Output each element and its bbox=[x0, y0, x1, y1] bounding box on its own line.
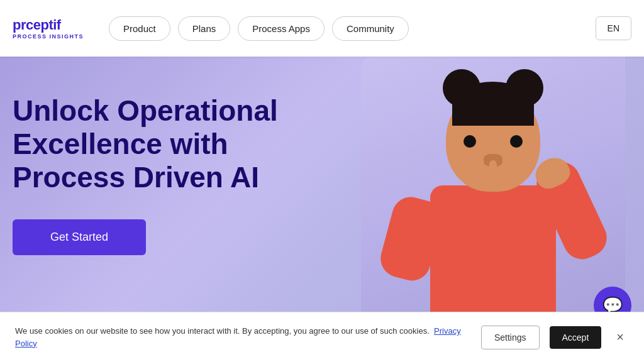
cookie-settings-button[interactable]: Settings bbox=[481, 326, 540, 349]
get-started-button[interactable]: Get Started bbox=[13, 219, 146, 255]
cookie-message: We use cookies on our website to see how… bbox=[15, 325, 471, 349]
navbar: prceptif PROCESS INSIGHTS Product Plans … bbox=[0, 0, 644, 57]
cookie-close-button[interactable]: × bbox=[611, 327, 629, 347]
nav-links: Product Plans Process Apps Community bbox=[109, 16, 596, 41]
nav-plans-button[interactable]: Plans bbox=[178, 16, 231, 41]
nav-process-apps-button[interactable]: Process Apps bbox=[238, 16, 325, 41]
brand-name-text: rceptif bbox=[21, 17, 61, 33]
hero-text-area: Unlock Operational Excellence with Proce… bbox=[13, 94, 278, 255]
cookie-message-text: We use cookies on our website to see how… bbox=[15, 326, 430, 336]
hero-section: Unlock Operational Excellence with Proce… bbox=[0, 57, 644, 331]
brand-name: prceptif bbox=[13, 17, 84, 33]
nav-right: EN bbox=[596, 16, 631, 40]
hero-image bbox=[267, 57, 644, 331]
brand-subtitle: PROCESS INSIGHTS bbox=[13, 33, 84, 40]
hero-headline-line3: Process Driven AI bbox=[13, 161, 259, 194]
hero-cta-area: Get Started bbox=[13, 219, 278, 255]
hero-headline-line2: Excellence with bbox=[13, 128, 228, 160]
hero-headline-line1: Unlock Operational bbox=[13, 94, 278, 127]
nav-community-button[interactable]: Community bbox=[332, 16, 409, 41]
language-button[interactable]: EN bbox=[596, 16, 631, 40]
hero-headline: Unlock Operational Excellence with Proce… bbox=[13, 94, 278, 194]
nav-product-button[interactable]: Product bbox=[109, 16, 170, 41]
cookie-banner: We use cookies on our website to see how… bbox=[0, 312, 644, 362]
logo: prceptif PROCESS INSIGHTS bbox=[13, 17, 84, 40]
cookie-accept-button[interactable]: Accept bbox=[550, 326, 602, 349]
